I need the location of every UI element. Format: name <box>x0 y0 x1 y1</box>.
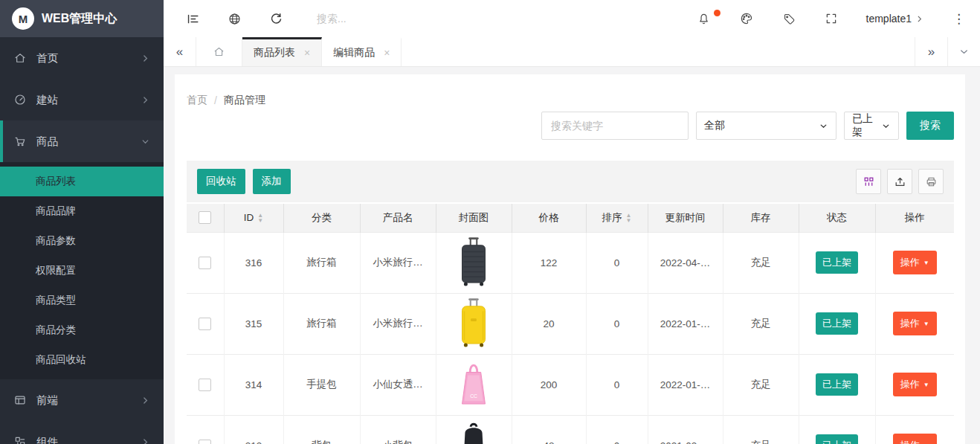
table-row: 315 旅行箱 小米旅行… 20 0 2022-01-… 充足 已上架 操作▼ <box>187 293 954 354</box>
cell-price: 20 <box>512 293 586 354</box>
column-label: 封面图 <box>459 211 489 225</box>
column-header-库存: 库存 <box>723 204 799 232</box>
row-checkbox[interactable] <box>199 379 211 391</box>
sidebar-item-商品[interactable]: 商品 <box>0 120 164 162</box>
action-button[interactable]: 操作▼ <box>893 312 937 335</box>
cell-id: 313 <box>224 415 283 444</box>
tabs-scroll-left-button[interactable]: « <box>164 37 196 66</box>
column-label: 更新时间 <box>665 211 706 225</box>
column-header-排序: 排序▲▼ <box>586 204 648 232</box>
cell-id: 316 <box>224 232 283 293</box>
chevron-right-icon <box>141 396 150 405</box>
globe-icon[interactable] <box>222 12 247 26</box>
fullscreen-icon[interactable] <box>825 12 838 25</box>
breadcrumb: 首页 / 商品管理 <box>187 94 954 107</box>
products-table: ID▲▼分类产品名封面图价格排序▲▼更新时间库存状态操作 316 旅行箱 小米旅… <box>187 204 954 444</box>
chevron-right-icon <box>141 54 150 63</box>
sidebar-subitem-商品回收站[interactable]: 商品回收站 <box>0 345 164 375</box>
column-header-操作: 操作 <box>875 204 954 232</box>
table-row: 316 旅行箱 小米旅行… 122 0 2022-04-… 充足 已上架 操作▼ <box>187 232 954 293</box>
collapse-icon[interactable] <box>180 12 205 26</box>
home-tab[interactable] <box>196 37 242 66</box>
sidebar-item-首页[interactable]: 首页 <box>0 37 164 79</box>
cell-sort: 0 <box>586 232 648 293</box>
close-icon[interactable]: × <box>304 47 310 59</box>
notifications-button[interactable] <box>697 12 711 26</box>
row-checkbox[interactable] <box>199 440 211 444</box>
cell-updated: 2021-03-… <box>648 415 723 444</box>
close-icon[interactable]: × <box>384 47 390 59</box>
sort-icon[interactable]: ▲▼ <box>626 213 632 223</box>
row-checkbox[interactable] <box>199 257 211 269</box>
cell-stock: 充足 <box>723 354 799 415</box>
row-checkbox[interactable] <box>199 318 211 330</box>
refresh-icon[interactable] <box>263 12 288 26</box>
kebab-icon[interactable]: ⋮ <box>952 11 965 27</box>
chevron-right-icon <box>141 437 150 444</box>
sidebar-nav: 首页建站商品商品列表商品品牌商品参数权限配置商品类型商品分类商品回收站前端组件 <box>0 37 164 444</box>
cell-product-name: 小仙女透… <box>360 354 436 415</box>
palette-icon[interactable] <box>739 11 754 26</box>
sidebar-item-label: 首页 <box>36 51 58 65</box>
logo-mark: M <box>12 7 34 30</box>
sidebar-subitem-商品列表[interactable]: 商品列表 <box>0 167 164 196</box>
add-button[interactable]: 添加 <box>253 169 291 194</box>
tab-编辑商品[interactable]: 编辑商品× <box>322 37 402 66</box>
category-select-value: 全部 <box>704 119 725 132</box>
column-label: 操作 <box>905 211 925 225</box>
cell-updated: 2022-01-… <box>648 354 723 415</box>
template-label: template1 <box>866 13 912 25</box>
sidebar-subitem-商品类型[interactable]: 商品类型 <box>0 286 164 315</box>
cell-stock: 充足 <box>723 415 799 444</box>
cell-price: 122 <box>512 232 586 293</box>
column-header-状态: 状态 <box>799 204 875 232</box>
tabs-scroll-right-button[interactable]: » <box>915 37 947 66</box>
action-button[interactable]: 操作▼ <box>893 434 937 444</box>
print-icon[interactable] <box>918 169 944 194</box>
sidebar-item-建站[interactable]: 建站 <box>0 79 164 120</box>
keyword-search-input[interactable] <box>541 112 689 140</box>
category-select[interactable]: 全部 <box>696 112 836 140</box>
tag-icon[interactable] <box>782 12 796 26</box>
sidebar-item-组件[interactable]: 组件 <box>0 421 164 444</box>
data-grid: 回收站 添加 ID▲▼分类产品名封面图价格排序▲▼更新时间库存状态操作 316 … <box>187 161 954 444</box>
sidebar-item-label: 建站 <box>36 93 58 107</box>
action-button[interactable]: 操作▼ <box>893 373 937 396</box>
sidebar-subitem-权限配置[interactable]: 权限配置 <box>0 256 164 286</box>
column-header-inner: 产品名 <box>383 211 413 225</box>
recycle-bin-button[interactable]: 回收站 <box>197 169 245 194</box>
column-header-分类: 分类 <box>283 204 360 232</box>
sidebar-subitem-商品分类[interactable]: 商品分类 <box>0 315 164 345</box>
tabs-menu-button[interactable] <box>947 37 980 66</box>
column-header-inner: ID▲▼ <box>244 212 263 223</box>
status-select-value: 已上架 <box>852 112 875 139</box>
cell-updated: 2022-01-… <box>648 293 723 354</box>
sidebar-subitem-商品参数[interactable]: 商品参数 <box>0 226 164 256</box>
table-head: ID▲▼分类产品名封面图价格排序▲▼更新时间库存状态操作 <box>187 204 954 232</box>
column-header-更新时间: 更新时间 <box>648 204 723 232</box>
app-logo: M WEB管理中心 <box>0 0 164 37</box>
tab-商品列表[interactable]: 商品列表× <box>242 37 322 66</box>
column-header-inner: 排序▲▼ <box>602 211 632 225</box>
breadcrumb-home[interactable]: 首页 <box>187 94 207 107</box>
page-card: 首页 / 商品管理 全部 已上架 搜索 <box>175 74 965 444</box>
sidebar-item-前端[interactable]: 前端 <box>0 379 164 421</box>
status-select[interactable]: 已上架 <box>844 112 899 140</box>
column-header-inner: 状态 <box>827 211 847 225</box>
column-header-inner: 封面图 <box>459 211 489 225</box>
window-icon <box>13 393 27 407</box>
component-icon <box>13 435 27 444</box>
export-icon[interactable] <box>887 169 912 194</box>
select-all-checkbox[interactable] <box>199 211 211 224</box>
template-switcher[interactable]: template1 <box>866 13 924 25</box>
search-button[interactable]: 搜索 <box>906 112 954 140</box>
table-row: 314 手提包 小仙女透… CC 200 0 2022-01-… 充足 已上架 … <box>187 354 954 415</box>
sidebar: M WEB管理中心 首页建站商品商品列表商品品牌商品参数权限配置商品类型商品分类… <box>0 0 164 444</box>
sort-icon[interactable]: ▲▼ <box>257 213 263 223</box>
cell-category: 背包 <box>283 415 360 444</box>
filter-row: 全部 已上架 搜索 <box>187 112 954 140</box>
action-button[interactable]: 操作▼ <box>893 251 937 274</box>
sidebar-subitem-商品品牌[interactable]: 商品品牌 <box>0 196 164 226</box>
global-search-input[interactable] <box>317 13 480 25</box>
columns-icon[interactable] <box>856 169 881 194</box>
